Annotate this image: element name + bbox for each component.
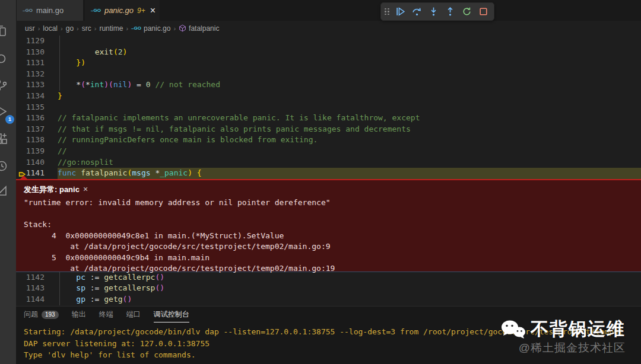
explorer-icon[interactable]	[0, 24, 9, 38]
exception-line: 4 0x000000000049c8e1 in main.(*MyStruct)…	[24, 231, 641, 242]
panel-tab-debug-console[interactable]: 调试控制台	[154, 306, 189, 323]
code-line[interactable]: 1133 *(*int)(nil) = 0 // not reached	[16, 79, 641, 91]
close-icon[interactable]: ×	[83, 184, 88, 194]
line-number[interactable]: 1135	[16, 102, 45, 113]
breadcrumb-item[interactable]: src	[82, 24, 91, 33]
line-number[interactable]: 1129	[16, 36, 45, 47]
code-text[interactable]: // that if msgs != nil, fatalpanic also …	[58, 124, 641, 135]
panel-tab-label: 终端	[99, 309, 113, 320]
code-line[interactable]: 1129	[16, 36, 641, 47]
code-text[interactable]: })	[58, 58, 641, 69]
code-line[interactable]: 1144 gp := getg()	[16, 294, 641, 305]
debug-console-output[interactable]: Starting: /data/project/gocode/bin/dlv d…	[16, 323, 641, 361]
tab-problems-badge: 9+	[137, 7, 145, 15]
close-icon[interactable]: ×	[150, 5, 156, 16]
panel-tab-label: 输出	[72, 309, 86, 320]
line-number[interactable]: 1130	[16, 47, 45, 58]
breadcrumb: usr › local › go › src › runtime › GO pa…	[16, 21, 641, 36]
code-text[interactable]: }	[58, 91, 641, 102]
step-into-button[interactable]	[426, 5, 440, 19]
drag-handle-icon[interactable]	[385, 8, 389, 15]
console-line: Type 'dlv help' for list of commands.	[24, 349, 641, 361]
code-line[interactable]: 1132	[16, 69, 641, 80]
code-lines-top: 11291130 exit(2)1131 })11321133 *(*int)(…	[16, 36, 641, 179]
code-line[interactable]: 1134}	[16, 91, 641, 102]
code-text[interactable]: // fatalpanic implements an unrecoverabl…	[58, 113, 641, 124]
continue-button[interactable]	[393, 5, 407, 19]
problems-count-badge: 193	[42, 311, 59, 319]
extensions-icon[interactable]	[0, 132, 9, 146]
line-number[interactable]: 1133	[16, 79, 45, 91]
tab-panic-go[interactable]: GO panic.go 9+ ×	[85, 0, 160, 21]
activity-bar: 1	[0, 0, 16, 364]
exception-widget: 发生异常: panic× "runtime error: invalid mem…	[16, 179, 641, 272]
line-number[interactable]: 1136	[16, 113, 45, 124]
breadcrumb-item[interactable]: go	[66, 24, 74, 33]
breadcrumb-item[interactable]: usr	[25, 24, 35, 33]
chevron-right-icon: ›	[37, 25, 42, 32]
breadcrumb-item-file[interactable]: GO panic.go	[131, 24, 170, 33]
line-number[interactable]: 1143	[16, 283, 45, 294]
code-line[interactable]: 1141func fatalpanic(msgs *_panic) {	[16, 168, 641, 179]
code-line[interactable]: 1130 exit(2)	[16, 47, 641, 58]
chevron-right-icon: ›	[172, 25, 177, 32]
go-file-icon: GO	[91, 8, 101, 13]
code-text[interactable]: gp := getg()	[58, 294, 641, 305]
chevron-right-icon: ›	[125, 25, 129, 32]
indent-guide	[59, 36, 60, 47]
line-number[interactable]: 1144	[16, 294, 45, 305]
code-line[interactable]: 1143 sp := getcallersp()	[16, 283, 641, 294]
clock-icon[interactable]	[0, 159, 9, 173]
code-text[interactable]: //go:nosplit	[58, 157, 641, 168]
line-number[interactable]: 1142	[16, 272, 45, 283]
code-line[interactable]: 1138// runningPanicDefers once main is b…	[16, 135, 641, 146]
exception-stack: "runtime error: invalid memory address o…	[24, 197, 641, 274]
line-number[interactable]: 1134	[16, 91, 45, 102]
code-text[interactable]: sp := getcallersp()	[58, 283, 641, 294]
panel-tab-terminal[interactable]: 终端	[99, 306, 113, 323]
panel-tab-bar: 问题193输出终端端口调试控制台	[16, 306, 641, 323]
code-text[interactable]: func fatalpanic(msgs *_panic) {	[58, 168, 641, 179]
restart-button[interactable]	[459, 5, 474, 19]
console-line: DAP server listening at: 127.0.0.1:38755	[24, 338, 641, 350]
search-icon[interactable]	[0, 52, 9, 66]
panel-tab-label: 调试控制台	[154, 309, 189, 320]
line-number[interactable]: 1139	[16, 146, 45, 157]
code-line[interactable]: 1142 pc := getcallerpc()	[16, 272, 641, 283]
line-number[interactable]: 1138	[16, 135, 45, 146]
panel-tab-ports[interactable]: 端口	[126, 306, 141, 323]
stop-button[interactable]	[476, 5, 490, 19]
indent-guide	[59, 69, 60, 80]
panel-tab-output[interactable]: 输出	[72, 306, 86, 323]
console-line: Starting: /data/project/gocode/bin/dlv d…	[24, 326, 641, 338]
code-line[interactable]: 1137// that if msgs != nil, fatalpanic a…	[16, 124, 641, 135]
source-control-icon[interactable]	[0, 78, 9, 92]
panel-tab-label: 端口	[126, 309, 141, 320]
code-text[interactable]: //	[58, 146, 641, 157]
code-line[interactable]: 1136// fatalpanic implements an unrecove…	[16, 113, 641, 124]
code-text[interactable]: // runningPanicDefers once main is block…	[58, 135, 641, 146]
line-number[interactable]: 1137	[16, 124, 45, 135]
line-number[interactable]: 1140	[16, 157, 45, 168]
breadcrumb-item-symbol[interactable]: fatalpanic	[179, 24, 219, 33]
code-line[interactable]: 1131 })	[16, 58, 641, 69]
panel-tab-problems[interactable]: 问题193	[24, 306, 59, 323]
code-text[interactable]: *(*int)(nil) = 0 // not reached	[58, 79, 641, 91]
line-number[interactable]: 1132	[16, 69, 45, 80]
code-text[interactable]: pc := getcallerpc()	[58, 272, 641, 283]
line-number[interactable]: 1131	[16, 58, 45, 69]
debug-badge: 1	[5, 115, 14, 124]
breadcrumb-item[interactable]: local	[43, 24, 58, 33]
tab-main-go[interactable]: GO main.go	[17, 0, 83, 21]
breadcrumb-item[interactable]: runtime	[99, 24, 123, 33]
triangle-ruler-icon[interactable]	[0, 184, 9, 198]
code-line[interactable]: 1135	[16, 102, 641, 113]
debug-toolbar	[380, 2, 494, 21]
step-over-button[interactable]	[410, 5, 424, 19]
step-out-button[interactable]	[443, 5, 457, 19]
code-editor[interactable]: 11291130 exit(2)1131 })11321133 *(*int)(…	[16, 36, 641, 306]
code-line[interactable]: 1139//	[16, 146, 641, 157]
code-text[interactable]: exit(2)	[58, 47, 641, 58]
go-file-icon: GO	[23, 8, 33, 13]
code-line[interactable]: 1140//go:nosplit	[16, 157, 641, 168]
